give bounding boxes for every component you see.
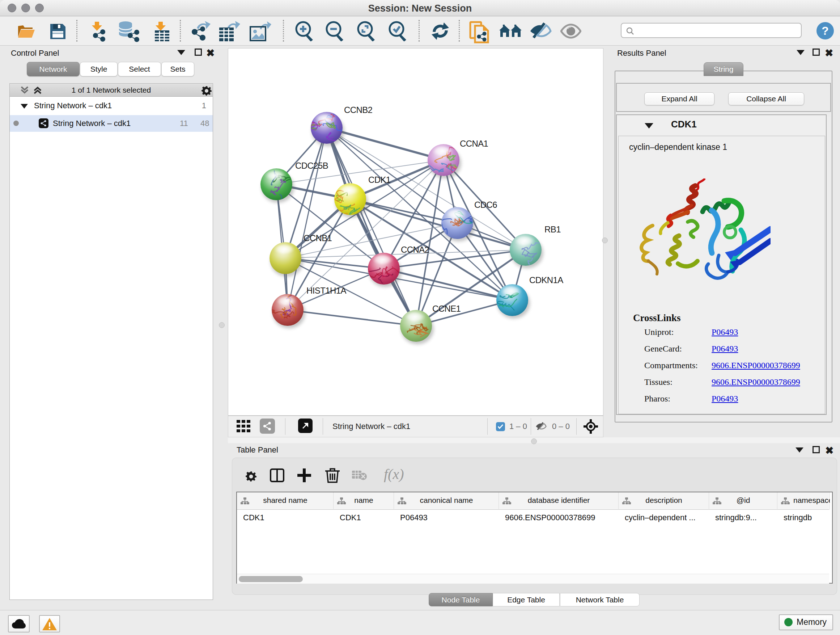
svg-text:CDK1: CDK1: [368, 175, 391, 185]
svg-text:CCNA2: CCNA2: [401, 245, 429, 255]
svg-text:CCNB2: CCNB2: [344, 105, 373, 115]
svg-text:HIST1H1A: HIST1H1A: [306, 286, 346, 295]
svg-text:CDKN1A: CDKN1A: [529, 275, 563, 285]
svg-text:CCNA1: CCNA1: [460, 139, 488, 149]
svg-text:RB1: RB1: [545, 225, 561, 234]
svg-text:?: ?: [821, 24, 829, 37]
svg-text:CCNB1: CCNB1: [303, 233, 332, 243]
svg-text:CDC25B: CDC25B: [295, 161, 328, 171]
svg-text:CDC6: CDC6: [474, 200, 497, 210]
svg-text:CCNE1: CCNE1: [432, 304, 461, 314]
